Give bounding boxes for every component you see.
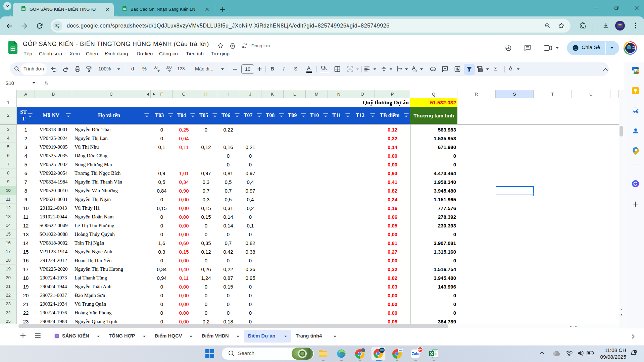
svg-text:31: 31 [634,69,637,72]
svg-text:z: z [635,350,636,353]
